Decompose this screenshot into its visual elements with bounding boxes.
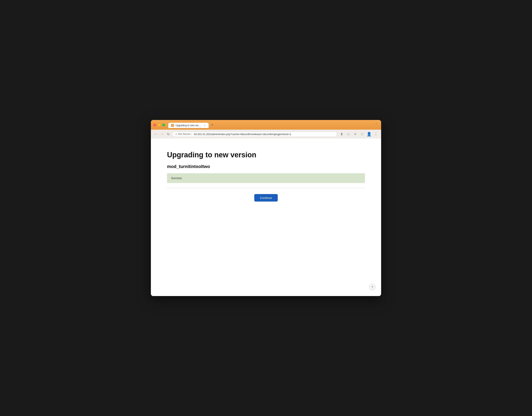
extensions-icon[interactable]: □ [359,131,365,137]
browser-window: m Upgrading to new version - Mo × + ˅ ← … [151,120,381,296]
forward-button[interactable]: → [160,132,165,136]
continue-button[interactable]: Continue [254,194,278,201]
profile-icon[interactable]: 👤 [366,131,372,137]
chevron-down-icon[interactable]: ˅ [374,122,379,127]
close-button[interactable] [153,123,156,126]
maximize-button[interactable] [162,123,165,126]
new-tab-button[interactable]: + [209,122,215,128]
title-bar: m Upgrading to new version - Mo × + ˅ [151,120,381,130]
address-bar: ← → ↻ ⚠ Not Secure | 34.201.41.202/admin… [151,130,381,139]
page-title: Upgrading to new version [167,151,365,159]
help-button[interactable]: ? [369,284,375,290]
window-controls [153,123,165,126]
tab-manager-icon[interactable]: ≡ [352,131,358,137]
security-badge: ⚠ Not Secure | [175,133,192,135]
warning-triangle-icon: ⚠ [175,133,177,135]
share-icon[interactable]: ⬆ [339,131,344,137]
security-label: Not Secure [178,133,190,135]
address-actions: ⬆ ☆ ≡ □ 👤 ⋮ [339,131,379,137]
success-box: Success [167,173,365,183]
address-input[interactable]: ⚠ Not Secure | 34.201.41.202/admin/index… [172,132,337,137]
module-name: mod_turnitintooltwo [167,164,365,169]
minimize-button[interactable] [158,123,161,126]
tab-close-button[interactable]: × [204,124,206,127]
tabs-row: m Upgrading to new version - Mo × + [168,122,374,128]
active-tab[interactable]: m Upgrading to new version - Mo × [168,123,209,128]
divider [167,188,365,188]
success-message: Success [171,177,182,180]
tab-favicon-icon: m [171,124,174,127]
back-button[interactable]: ← [153,132,158,136]
menu-icon[interactable]: ⋮ [373,131,379,137]
tab-title: Upgrading to new version - Mo [176,124,202,127]
url-text: 34.201.41.202/admin/index.php?cache=0&co… [194,133,291,136]
page-content: Upgrading to new version mod_turnitintoo… [151,139,381,296]
refresh-button[interactable]: ↻ [166,132,171,136]
bookmark-icon[interactable]: ☆ [346,131,351,137]
